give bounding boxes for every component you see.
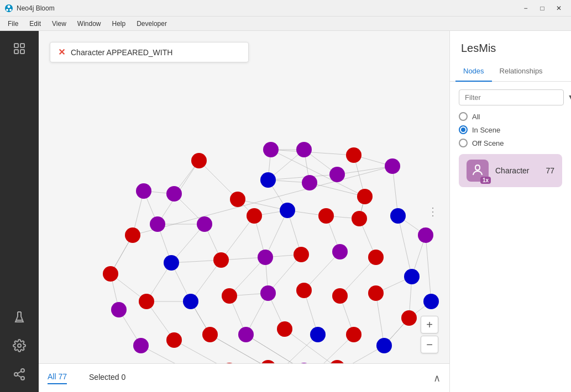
graph-node[interactable] [247, 208, 262, 224]
close-button[interactable]: ✕ [551, 3, 567, 14]
zoom-in-button[interactable]: + [421, 316, 438, 333]
graph-node[interactable] [260, 172, 276, 188]
graph-node[interactable] [197, 216, 212, 232]
selected-count[interactable]: Selected 0 [89, 373, 125, 384]
graph-node[interactable] [352, 211, 367, 226]
graph-node[interactable] [136, 183, 151, 199]
graph-node[interactable] [183, 294, 198, 309]
sidebar-item-settings[interactable] [7, 333, 32, 358]
radio-off-scene-circle[interactable] [459, 139, 468, 147]
sidebar [0, 31, 39, 392]
svg-point-9 [21, 369, 24, 372]
radio-all-circle[interactable] [459, 112, 468, 121]
graph-node[interactable] [277, 321, 292, 337]
title-bar: Neo4j Bloom − □ ✕ [0, 0, 571, 17]
graph-node[interactable] [332, 244, 348, 259]
graph-node[interactable] [166, 332, 182, 348]
graph-node[interactable] [213, 252, 229, 268]
graph-canvas[interactable] [39, 31, 449, 392]
graph-node[interactable] [329, 167, 345, 182]
search-text: Character APPEARED_WITH [71, 48, 172, 57]
graph-node[interactable] [280, 203, 295, 218]
graph-node[interactable] [385, 158, 400, 174]
graph-node[interactable] [166, 186, 182, 202]
filter-input[interactable] [459, 89, 564, 105]
menu-developer[interactable]: Developer [131, 19, 172, 29]
graph-node[interactable] [376, 338, 392, 353]
sidebar-item-lab[interactable] [7, 305, 32, 329]
svg-line-21 [337, 166, 392, 174]
maximize-button[interactable]: □ [535, 3, 550, 14]
sidebar-item-filter[interactable] [7, 36, 32, 61]
menu-edit[interactable]: Edit [24, 19, 46, 29]
svg-rect-6 [14, 50, 18, 54]
radio-in-scene-label: In Scene [472, 126, 500, 134]
menu-file[interactable]: File [2, 19, 24, 29]
svg-point-3 [9, 9, 12, 11]
graph-node[interactable] [418, 227, 433, 243]
graph-node[interactable] [191, 153, 207, 168]
graph-node[interactable] [368, 285, 384, 301]
graph-node[interactable] [150, 216, 165, 232]
node-card-character[interactable]: 1x Character 77 [459, 154, 562, 187]
svg-point-10 [14, 373, 18, 376]
panel-title: LesMis [450, 31, 571, 61]
filter-icon: ▼ [567, 93, 571, 103]
all-count[interactable]: All 77 [48, 372, 67, 384]
radio-all[interactable]: All [459, 112, 562, 121]
graph-node[interactable] [346, 327, 362, 342]
panel-body: ▼ All In Scene Off Scene [450, 82, 571, 195]
graph-node[interactable] [423, 294, 439, 309]
svg-line-72 [265, 210, 287, 257]
radio-off-scene[interactable]: Off Scene [459, 139, 562, 147]
svg-line-20 [199, 161, 238, 199]
graph-node[interactable] [111, 302, 127, 317]
graph-node[interactable] [125, 227, 140, 243]
menu-view[interactable]: View [46, 19, 72, 29]
graph-node[interactable] [263, 142, 279, 157]
graph-node[interactable] [294, 247, 309, 262]
menu-bar: File Edit View Window Help Developer [0, 17, 571, 31]
sidebar-item-share[interactable] [7, 362, 32, 386]
tab-nodes[interactable]: Nodes [455, 61, 492, 82]
svg-line-12 [18, 375, 22, 378]
graph-node[interactable] [302, 175, 317, 190]
menu-help[interactable]: Help [107, 19, 132, 29]
graph-node[interactable] [296, 142, 312, 157]
tab-relationships[interactable]: Relationships [492, 61, 551, 82]
graph-node[interactable] [404, 269, 420, 284]
svg-line-15 [271, 150, 354, 155]
graph-node[interactable] [310, 327, 326, 342]
graph-node[interactable] [103, 266, 118, 282]
zoom-out-button[interactable]: − [421, 336, 438, 353]
graph-node[interactable] [296, 283, 312, 298]
graph-node[interactable] [260, 285, 276, 301]
graph-node[interactable] [346, 147, 362, 163]
bottom-bar: All 77 Selected 0 ∧ [39, 363, 449, 392]
app-name: Neo4j Bloom [17, 4, 55, 12]
graph-node[interactable] [139, 294, 154, 309]
graph-node[interactable] [318, 208, 334, 224]
graph-node[interactable] [401, 310, 417, 326]
graph-node[interactable] [202, 327, 218, 342]
graph-node[interactable] [238, 327, 254, 342]
svg-rect-4 [14, 44, 18, 47]
menu-window[interactable]: Window [72, 19, 107, 29]
radio-dot [461, 128, 465, 132]
graph-node[interactable] [332, 288, 348, 304]
search-close-button[interactable]: ✕ [58, 47, 65, 57]
graph-node[interactable] [222, 288, 237, 304]
radio-in-scene[interactable]: In Scene [459, 125, 562, 134]
graph-node[interactable] [258, 250, 273, 265]
graph-node[interactable] [357, 189, 373, 204]
canvas-area[interactable]: ✕ Character APPEARED_WITH ⋮ + − All 77 S… [39, 31, 449, 392]
graph-node[interactable] [230, 192, 245, 207]
graph-node[interactable] [164, 255, 179, 271]
graph-node[interactable] [133, 338, 149, 353]
graph-node[interactable] [390, 208, 406, 224]
bottom-chevron-icon[interactable]: ∧ [433, 372, 441, 384]
radio-in-scene-circle[interactable] [459, 125, 468, 134]
graph-node[interactable] [368, 250, 384, 265]
svg-line-43 [229, 257, 265, 296]
minimize-button[interactable]: − [518, 3, 533, 14]
